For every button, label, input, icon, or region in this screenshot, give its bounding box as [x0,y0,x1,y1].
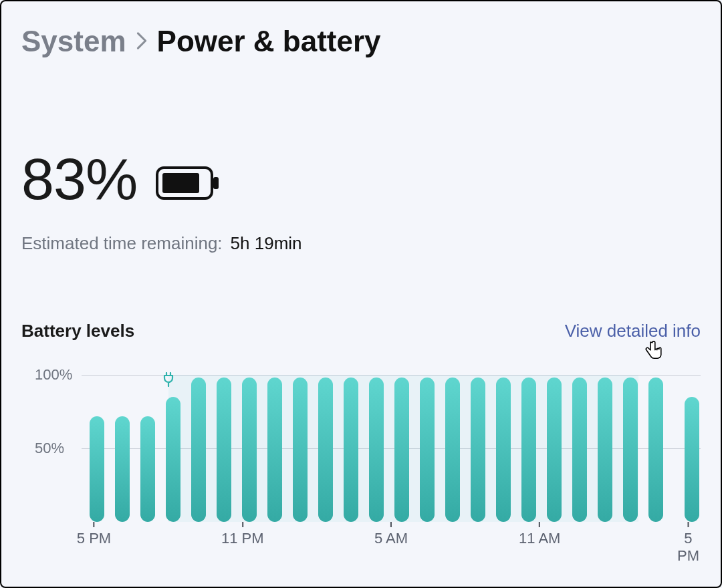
x-axis-label: 5 PM [677,522,699,565]
battery-headline: 83% [21,145,701,213]
bar-slot [242,375,257,522]
bar-slot [623,375,638,522]
bar-slot [496,375,511,522]
bar-slot [547,375,562,522]
bar-slot [521,375,536,522]
bar-slot [598,375,612,522]
estimate-value: 5h 19min [231,233,302,254]
battery-bar [90,416,104,522]
bar-slot [471,375,485,522]
x-axis-label: 5 AM [374,522,408,547]
bar-slot [293,375,308,522]
bar-slot [267,375,282,522]
bar-slot [217,375,231,522]
battery-bar [242,378,257,522]
bar-slot [344,375,358,522]
battery-bar [598,378,612,522]
battery-bar [623,378,638,522]
battery-chart-section: Battery levels View detailed info 5 PM11… [21,321,701,549]
battery-bar [115,416,130,522]
chevron-right-icon [136,31,148,55]
battery-bar [318,378,333,522]
bar-slot [115,375,130,522]
breadcrumb: System Power & battery [21,25,701,58]
x-axis-label: 11 AM [519,522,560,547]
bar-slot [648,375,663,522]
svg-rect-2 [162,173,199,193]
battery-bar [394,378,409,522]
x-axis-label: 5 PM [77,522,111,547]
battery-estimate: Estimated time remaining: 5h 19min [21,233,701,254]
bar-slot [685,375,699,522]
bar-slot [572,375,587,522]
battery-icon [156,165,220,204]
battery-bar [471,378,485,522]
battery-bar [191,378,206,522]
bar-slot [318,375,333,522]
battery-bar [445,378,460,522]
battery-bar [572,378,587,522]
battery-bar [496,378,511,522]
bar-slot [140,375,155,522]
battery-chart: 5 PM11 PM5 AM11 AM5 PM 50%100% [21,355,701,549]
battery-bar [217,378,231,522]
battery-bar [420,378,435,522]
detail-link-label: View detailed info [565,321,701,341]
y-axis-label: 50% [35,440,64,457]
battery-bar [685,397,699,522]
bar-slot [166,375,180,522]
x-axis-label: 11 PM [221,522,264,547]
battery-bar [369,378,384,522]
view-detailed-info-link[interactable]: View detailed info [565,321,701,341]
battery-bar [140,416,155,522]
battery-percent: 83% [21,145,137,213]
y-axis-label: 100% [35,366,72,384]
battery-bar [166,397,180,522]
battery-bar [547,378,562,522]
chart-title: Battery levels [21,321,134,341]
battery-bar [267,378,282,522]
bars-container [82,375,701,522]
breadcrumb-parent[interactable]: System [21,25,126,58]
page-title: Power & battery [157,25,381,58]
bar-slot [369,375,384,522]
battery-bar [648,378,663,522]
battery-bar [293,378,308,522]
bar-slot [191,375,206,522]
battery-bar [521,378,536,522]
bar-slot [420,375,435,522]
bar-slot [445,375,460,522]
bar-slot [90,375,104,522]
svg-rect-1 [213,177,219,189]
bar-slot [394,375,409,522]
estimate-label: Estimated time remaining: [21,233,223,254]
battery-bar [344,378,358,522]
